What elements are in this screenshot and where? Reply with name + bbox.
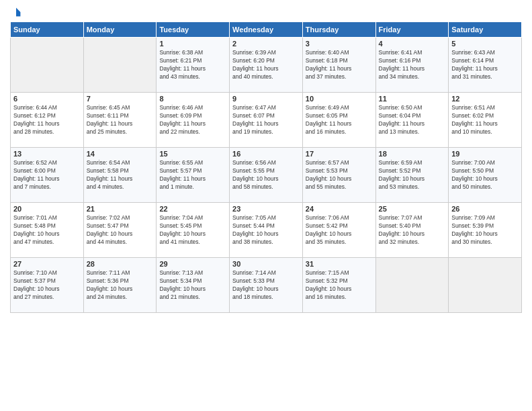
day-info: Sunrise: 6:55 AM Sunset: 5:57 PM Dayligh… xyxy=(159,159,226,191)
day-info: Sunrise: 6:52 AM Sunset: 6:00 PM Dayligh… xyxy=(13,159,81,191)
calendar-week-row: 1Sunrise: 6:38 AM Sunset: 6:21 PM Daylig… xyxy=(11,38,522,93)
day-info: Sunrise: 6:46 AM Sunset: 6:09 PM Dayligh… xyxy=(159,104,226,136)
calendar-cell: 9Sunrise: 6:47 AM Sunset: 6:07 PM Daylig… xyxy=(230,93,303,148)
day-number: 19 xyxy=(451,150,519,158)
day-info: Sunrise: 6:43 AM Sunset: 6:14 PM Dayligh… xyxy=(451,49,519,81)
calendar-week-row: 27Sunrise: 7:10 AM Sunset: 5:37 PM Dayli… xyxy=(11,258,522,313)
calendar-cell xyxy=(11,38,84,93)
day-info: Sunrise: 6:57 AM Sunset: 5:53 PM Dayligh… xyxy=(306,159,373,191)
day-info: Sunrise: 7:11 AM Sunset: 5:36 PM Dayligh… xyxy=(87,269,154,302)
calendar-cell: 27Sunrise: 7:10 AM Sunset: 5:37 PM Dayli… xyxy=(11,258,84,313)
weekday-header: Thursday xyxy=(302,22,375,38)
calendar-cell: 6Sunrise: 6:44 AM Sunset: 6:12 PM Daylig… xyxy=(11,93,84,148)
calendar-cell: 13Sunrise: 6:52 AM Sunset: 6:00 PM Dayli… xyxy=(11,148,84,203)
weekday-header: Tuesday xyxy=(157,22,230,38)
calendar-cell: 23Sunrise: 7:05 AM Sunset: 5:44 PM Dayli… xyxy=(230,203,303,258)
page: SundayMondayTuesdayWednesdayThursdayFrid… xyxy=(0,0,532,320)
weekday-header: Friday xyxy=(375,22,449,38)
day-number: 22 xyxy=(159,205,226,213)
day-number: 1 xyxy=(159,40,226,48)
day-info: Sunrise: 6:51 AM Sunset: 6:02 PM Dayligh… xyxy=(451,104,519,136)
calendar-header-row: SundayMondayTuesdayWednesdayThursdayFrid… xyxy=(11,22,522,38)
calendar-cell: 10Sunrise: 6:49 AM Sunset: 6:05 PM Dayli… xyxy=(302,93,375,148)
day-number: 29 xyxy=(159,260,226,268)
day-number: 25 xyxy=(379,205,446,213)
calendar-cell: 24Sunrise: 7:06 AM Sunset: 5:42 PM Dayli… xyxy=(302,203,375,258)
day-number: 31 xyxy=(306,260,373,268)
calendar-week-row: 20Sunrise: 7:01 AM Sunset: 5:48 PM Dayli… xyxy=(11,203,522,258)
day-info: Sunrise: 6:39 AM Sunset: 6:20 PM Dayligh… xyxy=(232,49,300,81)
calendar-cell: 16Sunrise: 6:56 AM Sunset: 5:55 PM Dayli… xyxy=(230,148,303,203)
day-number: 30 xyxy=(232,260,300,268)
day-info: Sunrise: 7:14 AM Sunset: 5:33 PM Dayligh… xyxy=(232,269,300,302)
day-info: Sunrise: 7:15 AM Sunset: 5:32 PM Dayligh… xyxy=(306,269,373,302)
calendar-cell xyxy=(83,38,157,93)
day-number: 20 xyxy=(13,205,81,213)
day-number: 24 xyxy=(306,205,373,213)
day-number: 15 xyxy=(159,150,226,158)
calendar-week-row: 13Sunrise: 6:52 AM Sunset: 6:00 PM Dayli… xyxy=(11,148,522,203)
calendar-cell: 14Sunrise: 6:54 AM Sunset: 5:58 PM Dayli… xyxy=(83,148,157,203)
calendar-week-row: 6Sunrise: 6:44 AM Sunset: 6:12 PM Daylig… xyxy=(11,93,522,148)
day-info: Sunrise: 7:13 AM Sunset: 5:34 PM Dayligh… xyxy=(159,269,226,302)
day-info: Sunrise: 6:40 AM Sunset: 6:18 PM Dayligh… xyxy=(306,49,373,81)
logo-icon xyxy=(11,7,21,17)
day-number: 6 xyxy=(13,95,81,103)
calendar-cell: 29Sunrise: 7:13 AM Sunset: 5:34 PM Dayli… xyxy=(157,258,230,313)
calendar-cell: 8Sunrise: 6:46 AM Sunset: 6:09 PM Daylig… xyxy=(157,93,230,148)
day-info: Sunrise: 6:54 AM Sunset: 5:58 PM Dayligh… xyxy=(87,159,154,191)
calendar-cell: 20Sunrise: 7:01 AM Sunset: 5:48 PM Dayli… xyxy=(11,203,84,258)
day-info: Sunrise: 7:09 AM Sunset: 5:39 PM Dayligh… xyxy=(451,214,519,246)
day-info: Sunrise: 7:04 AM Sunset: 5:45 PM Dayligh… xyxy=(159,214,226,246)
day-number: 14 xyxy=(87,150,154,158)
calendar-cell: 1Sunrise: 6:38 AM Sunset: 6:21 PM Daylig… xyxy=(157,38,230,93)
calendar-cell: 26Sunrise: 7:09 AM Sunset: 5:39 PM Dayli… xyxy=(449,203,522,258)
day-info: Sunrise: 6:44 AM Sunset: 6:12 PM Dayligh… xyxy=(13,104,81,136)
calendar-cell: 30Sunrise: 7:14 AM Sunset: 5:33 PM Dayli… xyxy=(230,258,303,313)
calendar-cell: 25Sunrise: 7:07 AM Sunset: 5:40 PM Dayli… xyxy=(375,203,449,258)
day-info: Sunrise: 7:01 AM Sunset: 5:48 PM Dayligh… xyxy=(13,214,81,246)
day-info: Sunrise: 7:06 AM Sunset: 5:42 PM Dayligh… xyxy=(306,214,373,246)
weekday-header: Wednesday xyxy=(230,22,303,38)
day-info: Sunrise: 7:10 AM Sunset: 5:37 PM Dayligh… xyxy=(13,269,81,302)
calendar-cell: 11Sunrise: 6:50 AM Sunset: 6:04 PM Dayli… xyxy=(375,93,449,148)
day-info: Sunrise: 6:47 AM Sunset: 6:07 PM Dayligh… xyxy=(232,104,300,136)
day-info: Sunrise: 6:38 AM Sunset: 6:21 PM Dayligh… xyxy=(159,49,226,81)
day-info: Sunrise: 6:41 AM Sunset: 6:16 PM Dayligh… xyxy=(379,49,446,81)
day-number: 2 xyxy=(232,40,300,48)
day-number: 5 xyxy=(451,40,519,48)
calendar-cell xyxy=(449,258,522,313)
calendar-cell: 22Sunrise: 7:04 AM Sunset: 5:45 PM Dayli… xyxy=(157,203,230,258)
calendar-cell: 21Sunrise: 7:02 AM Sunset: 5:47 PM Dayli… xyxy=(83,203,157,258)
day-info: Sunrise: 7:02 AM Sunset: 5:47 PM Dayligh… xyxy=(87,214,154,246)
calendar-cell: 19Sunrise: 7:00 AM Sunset: 5:50 PM Dayli… xyxy=(449,148,522,203)
day-number: 3 xyxy=(306,40,373,48)
day-info: Sunrise: 7:00 AM Sunset: 5:50 PM Dayligh… xyxy=(451,159,519,191)
calendar-cell: 15Sunrise: 6:55 AM Sunset: 5:57 PM Dayli… xyxy=(157,148,230,203)
day-number: 8 xyxy=(159,95,226,103)
day-number: 26 xyxy=(451,205,519,213)
day-info: Sunrise: 7:07 AM Sunset: 5:40 PM Dayligh… xyxy=(379,214,446,246)
logo xyxy=(10,7,22,17)
day-number: 23 xyxy=(232,205,300,213)
header xyxy=(10,7,522,17)
day-number: 27 xyxy=(13,260,81,268)
day-number: 17 xyxy=(306,150,373,158)
day-number: 4 xyxy=(379,40,446,48)
calendar-cell: 18Sunrise: 6:59 AM Sunset: 5:52 PM Dayli… xyxy=(375,148,449,203)
calendar-cell: 17Sunrise: 6:57 AM Sunset: 5:53 PM Dayli… xyxy=(302,148,375,203)
day-info: Sunrise: 7:05 AM Sunset: 5:44 PM Dayligh… xyxy=(232,214,300,246)
day-number: 16 xyxy=(232,150,300,158)
calendar-cell: 31Sunrise: 7:15 AM Sunset: 5:32 PM Dayli… xyxy=(302,258,375,313)
calendar-cell: 5Sunrise: 6:43 AM Sunset: 6:14 PM Daylig… xyxy=(449,38,522,93)
day-number: 21 xyxy=(87,205,154,213)
day-info: Sunrise: 6:49 AM Sunset: 6:05 PM Dayligh… xyxy=(306,104,373,136)
day-info: Sunrise: 6:50 AM Sunset: 6:04 PM Dayligh… xyxy=(379,104,446,136)
calendar-cell: 4Sunrise: 6:41 AM Sunset: 6:16 PM Daylig… xyxy=(375,38,449,93)
day-number: 13 xyxy=(13,150,81,158)
day-number: 12 xyxy=(451,95,519,103)
svg-marker-1 xyxy=(16,12,20,16)
calendar: SundayMondayTuesdayWednesdayThursdayFrid… xyxy=(10,21,522,313)
day-number: 11 xyxy=(379,95,446,103)
day-number: 10 xyxy=(306,95,373,103)
